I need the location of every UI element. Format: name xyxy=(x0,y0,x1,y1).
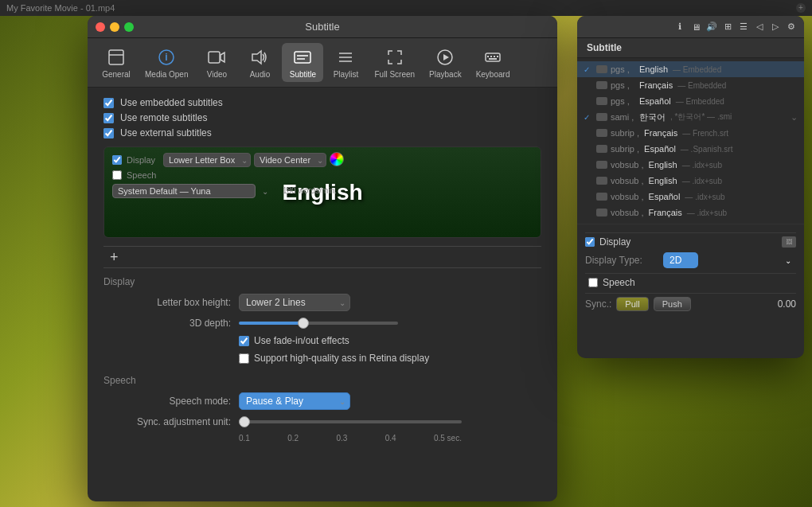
sync-value: 0.00 xyxy=(778,298,796,310)
sync-adjust-slider[interactable] xyxy=(239,420,462,423)
subtitle-expand-3[interactable]: ⌄ xyxy=(791,112,798,123)
right-panel-title: Subtitle xyxy=(577,38,804,58)
retina-checkbox[interactable] xyxy=(239,353,249,364)
right-display-checkbox[interactable] xyxy=(585,237,595,247)
speech-mode-row: Speech mode: Pause & Play Play Pause xyxy=(103,392,541,410)
right-speech-label: Speech xyxy=(603,277,635,288)
depth-control xyxy=(239,322,541,325)
panel-icon-video[interactable]: 🖥 xyxy=(689,21,702,33)
speech-row: Speech xyxy=(112,170,533,180)
toolbar-item-media-open[interactable]: i Media Open xyxy=(139,43,194,82)
maximize-button[interactable] xyxy=(124,22,134,32)
subtitle-item-7[interactable]: vobsub , English — .idx+sub xyxy=(577,173,804,189)
speech-mode-dropdown[interactable]: Pause & Play Play Pause xyxy=(239,392,350,410)
app-add-button[interactable]: + xyxy=(796,3,806,13)
subtitle-item-8[interactable]: vobsub , Español — .idx+sub xyxy=(577,189,804,205)
preview-speech-checkbox[interactable] xyxy=(112,170,122,180)
color-swatch[interactable] xyxy=(330,152,344,166)
subtitle-item-5[interactable]: subrip , Español — .Spanish.srt xyxy=(577,141,804,157)
subtitle-check-3: ✓ xyxy=(584,113,593,122)
remote-subtitle-label: Use remote subtitles xyxy=(120,112,207,123)
right-display-label: Display xyxy=(599,236,630,248)
embedded-subtitle-checkbox[interactable] xyxy=(103,98,114,108)
fade-checkbox-label: Use fade-in/out effects xyxy=(239,335,349,346)
svg-marker-14 xyxy=(443,54,449,60)
panel-icon-audio[interactable]: 🔊 xyxy=(705,21,718,33)
subtitle-item-6[interactable]: vobsub , English — .idx+sub xyxy=(577,157,804,173)
subtitle-source-0: — Embedded xyxy=(673,65,721,74)
color-position-select[interactable]: Video Center Top of Video xyxy=(254,153,326,167)
panel-icon-info[interactable]: ℹ xyxy=(673,21,686,33)
fade-label: Use fade-in/out effects xyxy=(254,335,349,346)
subtitle-type-1: pgs , xyxy=(611,80,634,90)
subtitle-source-1: — Embedded xyxy=(677,81,726,90)
speech-voice-select[interactable]: System Default — Yuna Alex xyxy=(112,184,256,198)
svg-rect-20 xyxy=(489,58,497,60)
external-subtitle-row: Use external subtitles xyxy=(103,127,541,138)
subtitle-icon xyxy=(291,46,314,68)
subtitle-lang-4: Français xyxy=(644,128,677,138)
speech-mode-dropdown-wrapper: Pause & Play Play Pause xyxy=(239,392,350,410)
right-speech-row: Speech xyxy=(585,277,796,288)
divider3 xyxy=(585,293,796,294)
divider2 xyxy=(585,273,796,274)
remote-subtitle-checkbox[interactable] xyxy=(103,113,114,123)
svg-rect-18 xyxy=(494,56,495,57)
toolbar-item-playlist[interactable]: Playlist xyxy=(325,43,366,82)
subtitle-item-4[interactable]: subrip , Français — French.srt xyxy=(577,125,804,141)
subtitle-source-2: — Embedded xyxy=(676,97,724,106)
subtitle-item-9[interactable]: vobsub , Français — .idx+sub xyxy=(577,205,804,220)
fullscreen-label: Full Screen xyxy=(374,70,415,79)
subtitle-item-0[interactable]: ✓ pgs , English — Embedded xyxy=(577,61,804,77)
fade-checkbox[interactable] xyxy=(239,336,249,346)
position-select[interactable]: Lower Letter Box Upper Letter Box Video … xyxy=(163,153,251,167)
subtitle-item-1[interactable]: pgs , Français — Embedded xyxy=(577,77,804,93)
subtitle-type-5: subrip , xyxy=(611,144,639,154)
depth-label: 3D depth: xyxy=(103,318,231,329)
retina-label: Support high-quality ass in Retina displ… xyxy=(254,353,429,364)
toolbar-item-audio[interactable]: Audio xyxy=(239,43,280,82)
preview-speech-label: Speech xyxy=(127,170,156,180)
external-subtitle-label: Use external subtitles xyxy=(120,127,212,138)
sync-push-button[interactable]: Push xyxy=(654,297,691,311)
panel-icon-prev[interactable]: ◁ xyxy=(753,21,766,33)
right-speech-checkbox[interactable] xyxy=(588,278,598,287)
image-icon[interactable]: 🖼 xyxy=(782,236,796,248)
svg-rect-17 xyxy=(490,56,492,57)
svg-text:i: i xyxy=(166,52,168,63)
minimize-button[interactable] xyxy=(110,22,119,32)
subtitle-type-icon-4 xyxy=(596,129,607,137)
subtitle-item-3[interactable]: ✓ sami , 한국어 , *한국어* — .smi ⌄ xyxy=(577,109,804,125)
panel-icon-grid[interactable]: ⊞ xyxy=(721,21,734,33)
display-row: Display Lower Letter Box Upper Letter Bo… xyxy=(112,152,533,167)
toolbar-item-fullscreen[interactable]: Full Screen xyxy=(368,43,421,82)
panel-icon-settings[interactable]: ⚙ xyxy=(785,21,798,33)
external-subtitle-checkbox[interactable] xyxy=(103,128,114,138)
subtitle-item-2[interactable]: pgs , Español — Embedded xyxy=(577,93,804,109)
toolbar-item-keyboard[interactable]: Keyboard xyxy=(470,43,517,82)
depth-slider[interactable] xyxy=(239,322,398,325)
toolbar-item-video[interactable]: Video xyxy=(196,43,237,82)
window-title: Subtitle xyxy=(305,21,339,33)
preview-display-checkbox[interactable] xyxy=(112,155,122,165)
panel-icon-next[interactable]: ▷ xyxy=(769,21,782,33)
sync-pull-button[interactable]: Pull xyxy=(616,297,648,311)
display-type-select[interactable]: 2D 3D xyxy=(663,252,698,268)
add-subtitle-button[interactable]: + xyxy=(103,250,125,264)
close-button[interactable] xyxy=(96,22,105,32)
letter-box-dropdown[interactable]: Lower 2 Lines Lower 1 Line Lower 3 Lines xyxy=(239,294,350,311)
toolbar-item-playback[interactable]: Playback xyxy=(423,43,468,82)
playback-icon xyxy=(434,46,456,68)
retina-row: Support high-quality ass in Retina displ… xyxy=(103,353,541,364)
video-icon xyxy=(205,46,228,68)
traffic-lights xyxy=(96,22,134,32)
remote-subtitle-row: Use remote subtitles xyxy=(103,112,541,123)
panel-icon-list[interactable]: ☰ xyxy=(737,21,750,33)
subtitle-type-3: sami , xyxy=(611,112,634,122)
toolbar-item-general[interactable]: General xyxy=(96,43,137,82)
toolbar-item-subtitle[interactable]: Subtitle xyxy=(282,43,323,82)
sync-tick-labels: 0.1 0.2 0.3 0.4 0.5 sec. xyxy=(239,434,462,443)
letter-box-label: Letter box height: xyxy=(103,297,231,308)
svg-marker-6 xyxy=(252,51,261,64)
main-window: Subtitle General i Media Open Video Audi xyxy=(88,16,557,501)
